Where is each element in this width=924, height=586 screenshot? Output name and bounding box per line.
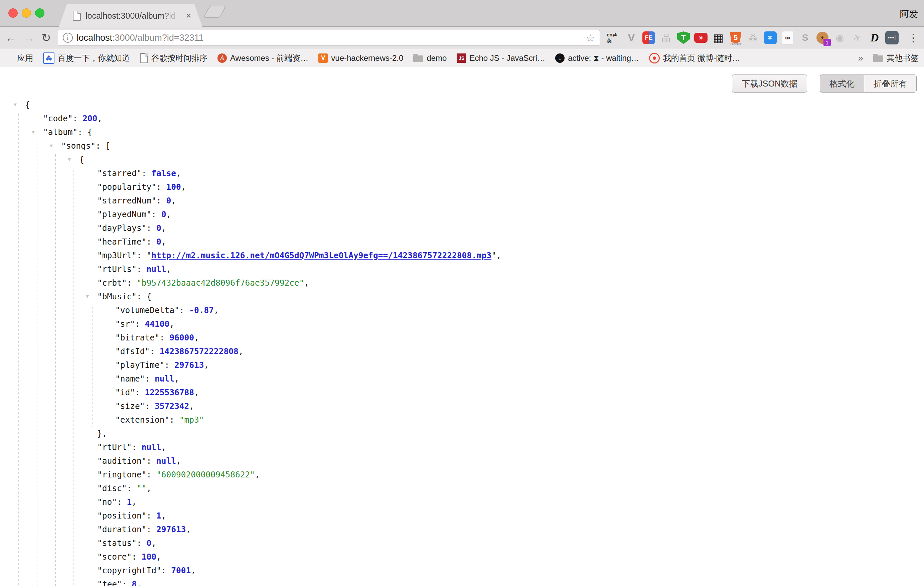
json-token: , (204, 360, 209, 370)
json-token: "600902000009458622" (156, 470, 255, 479)
other-bookmarks-label: 其他书签 (886, 53, 919, 63)
format-button[interactable]: 格式化 (820, 74, 864, 92)
fe-helper-icon[interactable]: FE (641, 30, 656, 45)
password-dots-icon[interactable]: •••| (884, 30, 899, 45)
folder-icon (413, 56, 423, 62)
json-token: : (161, 566, 172, 575)
json-line: ▼{ (0, 98, 924, 112)
tampermonkey-shield-icon[interactable]: T (676, 30, 691, 45)
json-token: 1225536788 (145, 388, 195, 397)
bookmark-item-baidu[interactable]: ⁂百度一下，你就知道 (43, 53, 130, 64)
bookmark-item-page[interactable]: 谷歌按时间排序 (140, 53, 208, 63)
weibo-gray-extension-icon[interactable]: ◉ (832, 30, 847, 45)
collapse-arrow-icon[interactable]: ▼ (50, 139, 53, 153)
json-token: , (132, 497, 137, 507)
download-collector-icon[interactable]: » (763, 30, 778, 45)
json-token: null (156, 456, 176, 466)
json-line: "id": 1225536788, (0, 386, 924, 399)
json-token: { (25, 100, 30, 110)
json-token: 3572342 (155, 401, 189, 411)
bookmark-label: 应用 (17, 53, 33, 63)
json-token: "position" (97, 511, 147, 520)
json-token: "bitrate" (115, 333, 160, 342)
json-token: " (492, 251, 497, 260)
json-token: : (142, 168, 152, 178)
back-button[interactable]: ← (5, 32, 17, 43)
bookmark-label: active: ⧗ - waiting… (568, 53, 639, 63)
page-content: 下载JSON数据 格式化 折叠所有 ▼{"code": 200,▼"album"… (0, 67, 924, 586)
bookmarks-overflow-chevron[interactable]: » (858, 53, 863, 63)
vue-devtools-icon[interactable]: V (624, 30, 639, 45)
fullscreen-window-button[interactable] (35, 8, 45, 18)
mask-document-icon[interactable]: ∞ (780, 30, 795, 45)
json-token: "audition" (97, 456, 147, 466)
json-token: " (147, 251, 152, 260)
bookmark-item-vue[interactable]: Vvue-hackernews-2.0 (318, 53, 403, 63)
minimize-window-button[interactable] (22, 8, 31, 18)
close-window-button[interactable] (8, 8, 18, 18)
other-bookmarks-folder[interactable]: 其他书签 (873, 53, 919, 63)
json-token: "volumeDelta" (115, 305, 179, 315)
json-line: "status": 0, (0, 536, 924, 550)
echojs-icon: JS (457, 53, 466, 63)
bookmark-item-awesomes[interactable]: AAwesomes - 前端资… (218, 53, 309, 63)
collapse-arrow-icon[interactable]: ▼ (32, 125, 35, 139)
video-fastforward-icon[interactable]: » (693, 30, 708, 45)
json-token: "extension" (115, 415, 169, 425)
url-host: localhost (77, 33, 112, 43)
json-line: "no": 1, (0, 495, 924, 509)
download-json-button[interactable]: 下载JSON数据 (732, 74, 807, 92)
bookmark-label: demo (427, 53, 447, 63)
bookmark-item-apps[interactable]: 应用 (5, 53, 33, 63)
json-token: : (145, 374, 155, 383)
dark-d-extension-icon[interactable]: D (867, 30, 882, 45)
hummingbird-extension-icon[interactable]: ✈ (850, 30, 865, 45)
bookmark-label: 谷歌按时间排序 (151, 53, 208, 63)
collapse-arrow-icon[interactable]: ▼ (14, 98, 17, 112)
bookmark-item-folder[interactable]: demo (413, 53, 447, 63)
json-token: "sr" (115, 319, 135, 329)
json-token: : (147, 456, 157, 466)
paw-extension-icon[interactable]: ⁂ (746, 30, 760, 45)
json-token: "name" (115, 374, 145, 383)
browser-window: localhost:3000/album?id=323 × 阿发 ← → ↻ i… (0, 0, 924, 586)
json-token: , (167, 264, 172, 274)
bookmark-item-weibo[interactable]: 我的首页 微博-随时… (649, 53, 740, 63)
reload-button[interactable]: ↻ (41, 32, 51, 43)
json-line: "hearTime": 0, (0, 235, 924, 249)
profile-name[interactable]: 阿发 (900, 8, 918, 20)
json-token: : (137, 538, 147, 548)
translate-extension-icon[interactable]: en⇄英 (607, 30, 621, 45)
toolbar: ← → ↻ i localhost:3000/album?id=32311 ☆ … (0, 27, 924, 49)
json-token: : (156, 196, 167, 205)
mp3-url-link[interactable]: http://m2.music.126.net/mO4G5dQ7WPm3Le0l… (151, 251, 492, 260)
collapse-arrow-icon[interactable]: ▼ (86, 290, 89, 303)
forward-button: → (23, 32, 35, 43)
page-info-icon[interactable]: i (63, 33, 73, 43)
view-mode-segment: 格式化 折叠所有 (820, 74, 917, 92)
chrome-menu-icon[interactable]: ⋮ (908, 31, 919, 44)
s-extension-icon[interactable]: S (798, 30, 812, 45)
new-tab-button[interactable] (203, 6, 226, 18)
bookmark-item-echojs[interactable]: JSEcho JS - JavaScri… (457, 53, 545, 63)
json-token: : (137, 264, 147, 274)
qr-code-icon[interactable]: ▦ (711, 30, 726, 45)
address-bar[interactable]: i localhost:3000/album?id=32311 ☆ (58, 30, 600, 46)
bookmark-star-icon[interactable]: ☆ (586, 32, 595, 44)
collapse-all-button[interactable]: 折叠所有 (864, 74, 917, 92)
json-token: : (147, 470, 157, 479)
json-token: "playTime" (115, 360, 165, 370)
monkey-extension-icon[interactable]: ᴥ1 (815, 30, 830, 45)
bookmark-label: Echo JS - JavaScri… (469, 53, 545, 63)
folder-icon (873, 56, 883, 62)
collapse-arrow-icon[interactable]: ▼ (68, 153, 71, 167)
json-token: null (147, 264, 167, 274)
json-token: : (117, 497, 127, 507)
sitemap-extension-icon[interactable]: 品 (659, 30, 673, 45)
url-text[interactable]: localhost:3000/album?id=32311 (77, 33, 582, 43)
bookmark-item-down-circle[interactable]: ↓active: ⧗ - waiting… (555, 53, 639, 63)
browser-tab[interactable]: localhost:3000/album?id=323 × (59, 4, 203, 27)
tab-close-icon[interactable]: × (186, 12, 191, 20)
json-token: : (132, 552, 142, 561)
html5-player-icon[interactable]: 5PLAYER (728, 30, 743, 45)
